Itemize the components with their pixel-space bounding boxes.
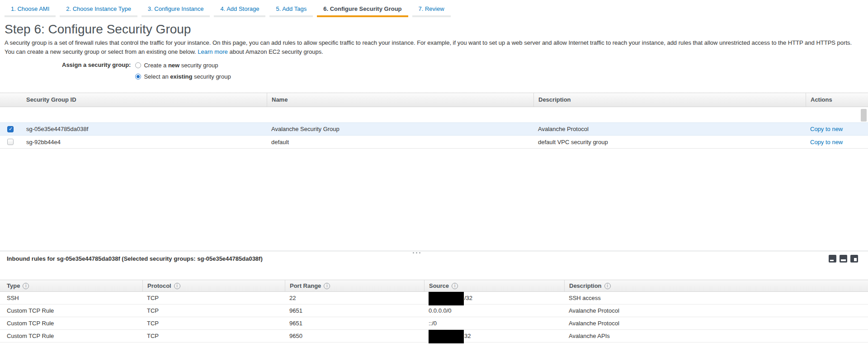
column-header-description: Description xyxy=(533,93,806,107)
assign-option-1[interactable]: Create a new security group xyxy=(135,61,231,70)
column-header-description: Descriptioni xyxy=(564,280,868,291)
checkbox-cell xyxy=(0,139,22,145)
wizard-tab-bar: 1. Choose AMI2. Choose Instance Type3. C… xyxy=(0,0,868,17)
checkbox-column-header xyxy=(0,93,22,107)
security-group-row[interactable]: sg-05e35e44785da038fAvalanche Security G… xyxy=(0,122,868,136)
column-header-type: Typei xyxy=(0,280,142,291)
sg-actions-cell: Copy to new xyxy=(806,139,868,145)
info-icon[interactable]: i xyxy=(324,283,330,289)
radio-button-icon[interactable] xyxy=(135,74,141,80)
redacted-ip-box xyxy=(429,330,464,343)
radio-button-icon[interactable] xyxy=(135,62,141,68)
split-right-icon[interactable] xyxy=(850,255,858,263)
copy-to-new-link[interactable]: Copy to new xyxy=(810,126,843,132)
split-bottom-icon[interactable] xyxy=(840,255,847,263)
rule-protocol-cell: TCP xyxy=(142,307,285,314)
sg-name-cell: Avalanche Security Group xyxy=(267,126,533,132)
rule-port-range-cell: 9650 xyxy=(285,333,424,339)
assign-option-2[interactable]: Select an existing security group xyxy=(135,72,231,81)
checkbox-cell xyxy=(0,126,22,132)
page-description: A security group is a set of firewall ru… xyxy=(5,38,858,56)
column-header-source: Sourcei xyxy=(424,280,564,291)
rule-port-range-cell: 22 xyxy=(285,295,424,301)
panel-resize-handle-icon[interactable] xyxy=(413,252,420,253)
rule-source-cell: 32 xyxy=(424,333,564,339)
rule-description-cell: Avalanche Protocol xyxy=(564,320,868,327)
redacted-ip-box xyxy=(429,292,464,305)
table-scrollbar-thumb[interactable] xyxy=(861,109,867,122)
wizard-tab-5[interactable]: 5. Add Tags xyxy=(269,4,313,17)
split-bottom-small-icon[interactable] xyxy=(829,255,836,263)
rule-protocol-cell: TCP xyxy=(142,333,285,339)
radio-option-label: Select an existing security group xyxy=(144,73,231,80)
rule-description-cell: SSH access xyxy=(564,295,868,301)
wizard-tab-1[interactable]: 1. Choose AMI xyxy=(5,4,56,17)
row-checkbox[interactable] xyxy=(7,126,14,132)
assign-security-group-section: Assign a security group: Create a new se… xyxy=(62,61,868,81)
info-icon[interactable]: i xyxy=(174,283,180,289)
rule-description-cell: Avalanche Protocol xyxy=(564,307,868,314)
view-toggle-group xyxy=(829,255,858,263)
rule-protocol-cell: TCP xyxy=(142,320,285,327)
rule-description-cell: Avalanche APIs xyxy=(564,333,868,339)
wizard-tab-7[interactable]: 7. Review xyxy=(412,4,451,17)
sg-description-cell: default VPC security group xyxy=(533,139,806,145)
inbound-rules-table: Typei Protocoli Port Rangei Sourcei Desc… xyxy=(0,280,868,342)
wizard-tab-2[interactable]: 2. Choose Instance Type xyxy=(60,4,137,17)
security-group-table-header: Security Group ID Name Description Actio… xyxy=(0,93,868,107)
empty-table-area xyxy=(0,149,868,251)
rule-source-cell: /32 xyxy=(424,295,564,301)
rule-type-cell: Custom TCP Rule xyxy=(0,320,142,327)
security-group-row[interactable]: sg-92bb44e4defaultdefault VPC security g… xyxy=(0,136,868,149)
info-icon[interactable]: i xyxy=(23,283,29,289)
panel-divider xyxy=(0,251,868,251)
sg-id-cell: sg-05e35e44785da038f xyxy=(22,126,267,132)
security-group-table: Security Group ID Name Description Actio… xyxy=(0,93,868,149)
inbound-table-header: Typei Protocoli Port Rangei Sourcei Desc… xyxy=(0,280,868,292)
sg-id-cell: sg-92bb44e4 xyxy=(22,139,267,145)
inbound-rules-header: Inbound rules for sg-05e35e44785da038f (… xyxy=(7,255,861,263)
inbound-rule-row: Custom TCP RuleTCP9651::/0Avalanche Prot… xyxy=(0,317,868,330)
page-title: Step 6: Configure Security Group xyxy=(5,23,868,36)
column-header-port-range: Port Rangei xyxy=(285,280,424,291)
column-header-security-group-id: Security Group ID xyxy=(22,93,267,107)
rule-source-cell: 0.0.0.0/0 xyxy=(424,307,564,314)
rule-port-range-cell: 9651 xyxy=(285,307,424,314)
sg-actions-cell: Copy to new xyxy=(806,126,868,132)
rule-type-cell: Custom TCP Rule xyxy=(0,307,142,314)
column-header-protocol: Protocoli xyxy=(142,280,285,291)
column-header-name: Name xyxy=(267,93,533,107)
info-icon[interactable]: i xyxy=(452,283,458,289)
learn-more-link[interactable]: Learn more xyxy=(198,48,227,55)
rule-type-cell: SSH xyxy=(0,295,142,301)
info-icon[interactable]: i xyxy=(604,283,611,289)
inbound-rule-row: Custom TCP RuleTCP96510.0.0.0/0Avalanche… xyxy=(0,305,868,317)
wizard-tab-4[interactable]: 4. Add Storage xyxy=(214,4,265,17)
inbound-rules-title: Inbound rules for sg-05e35e44785da038f (… xyxy=(7,255,263,262)
rule-source-cell: ::/0 xyxy=(424,320,564,327)
rule-type-cell: Custom TCP Rule xyxy=(0,333,142,339)
rule-protocol-cell: TCP xyxy=(142,295,285,301)
table-gap xyxy=(0,107,868,122)
inbound-rule-row: SSHTCP22/32SSH access xyxy=(0,292,868,305)
sg-name-cell: default xyxy=(267,139,533,145)
description-text: A security group is a set of firewall ru… xyxy=(5,39,852,55)
row-checkbox[interactable] xyxy=(7,139,14,145)
copy-to-new-link[interactable]: Copy to new xyxy=(810,139,843,145)
radio-option-label: Create a new security group xyxy=(144,62,218,69)
wizard-tab-6[interactable]: 6. Configure Security Group xyxy=(317,4,408,17)
description-text-after: about Amazon EC2 security groups. xyxy=(229,48,323,55)
sg-description-cell: Avalanche Protocol xyxy=(533,126,806,132)
assign-security-group-label: Assign a security group: xyxy=(62,61,131,68)
column-header-actions: Actions xyxy=(806,93,868,107)
inbound-rule-row: Custom TCP RuleTCP965032Avalanche APIs xyxy=(0,330,868,342)
wizard-tab-3[interactable]: 3. Configure Instance xyxy=(142,4,210,17)
assign-radio-group: Create a new security groupSelect an exi… xyxy=(135,61,231,81)
rule-port-range-cell: 9651 xyxy=(285,320,424,327)
